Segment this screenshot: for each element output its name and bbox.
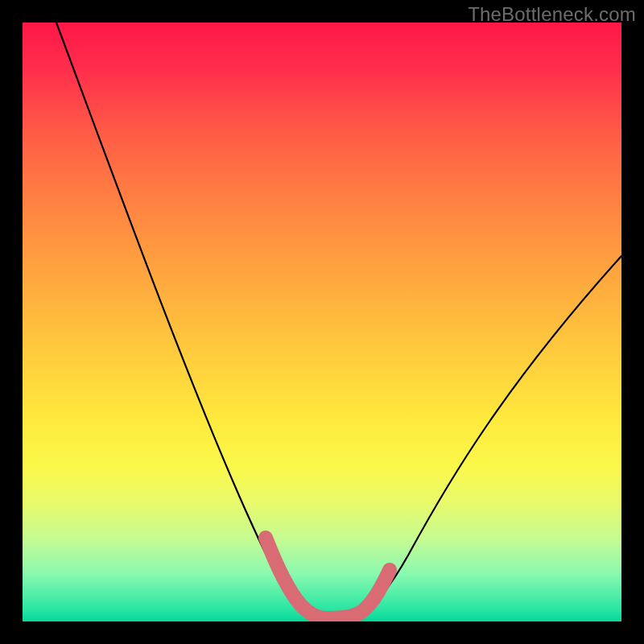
bottom-highlight (266, 538, 390, 618)
bottleneck-curve (56, 23, 621, 618)
chart-frame: TheBottleneck.com (0, 0, 644, 644)
chart-svg (23, 23, 621, 621)
plot-area (23, 23, 621, 621)
watermark-text: TheBottleneck.com (468, 3, 636, 26)
